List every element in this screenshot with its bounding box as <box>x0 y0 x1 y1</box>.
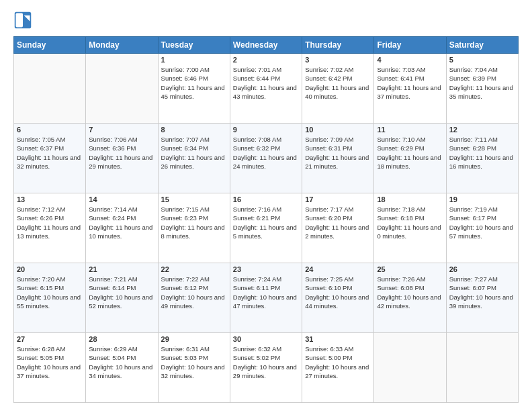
calendar-week-row: 1Sunrise: 7:00 AM Sunset: 6:46 PM Daylig… <box>14 54 519 124</box>
calendar-header-monday: Monday <box>86 37 158 54</box>
day-number: 18 <box>377 195 443 203</box>
calendar-cell <box>374 333 446 403</box>
calendar-header-wednesday: Wednesday <box>230 37 302 54</box>
calendar-cell: 18Sunrise: 7:18 AM Sunset: 6:18 PM Dayli… <box>374 193 446 263</box>
day-number: 4 <box>377 56 443 64</box>
cell-content: Sunrise: 7:10 AM Sunset: 6:29 PM Dayligh… <box>377 135 443 171</box>
cell-content: Sunrise: 7:21 AM Sunset: 6:14 PM Dayligh… <box>89 275 154 310</box>
cell-content: Sunrise: 7:05 AM Sunset: 6:37 PM Dayligh… <box>17 135 83 171</box>
cell-content: Sunrise: 7:25 AM Sunset: 6:10 PM Dayligh… <box>305 275 371 310</box>
cell-content: Sunrise: 7:04 AM Sunset: 6:39 PM Dayligh… <box>449 65 515 101</box>
cell-content: Sunrise: 6:31 AM Sunset: 5:03 PM Dayligh… <box>161 345 227 380</box>
day-number: 25 <box>377 265 443 273</box>
calendar-cell: 29Sunrise: 6:31 AM Sunset: 5:03 PM Dayli… <box>158 333 230 403</box>
calendar-cell: 24Sunrise: 7:25 AM Sunset: 6:10 PM Dayli… <box>302 263 374 333</box>
calendar-cell: 19Sunrise: 7:19 AM Sunset: 6:17 PM Dayli… <box>446 193 518 263</box>
cell-content: Sunrise: 7:15 AM Sunset: 6:23 PM Dayligh… <box>161 205 227 240</box>
day-number: 23 <box>233 265 299 273</box>
calendar-cell: 28Sunrise: 6:29 AM Sunset: 5:04 PM Dayli… <box>86 333 158 403</box>
logo <box>13 11 35 30</box>
cell-content: Sunrise: 7:14 AM Sunset: 6:24 PM Dayligh… <box>89 205 154 240</box>
cell-content: Sunrise: 7:09 AM Sunset: 6:31 PM Dayligh… <box>305 135 371 171</box>
calendar-cell: 25Sunrise: 7:26 AM Sunset: 6:08 PM Dayli… <box>374 263 446 333</box>
calendar-cell: 16Sunrise: 7:16 AM Sunset: 6:21 PM Dayli… <box>230 193 302 263</box>
calendar-cell: 21Sunrise: 7:21 AM Sunset: 6:14 PM Dayli… <box>86 263 158 333</box>
day-number: 9 <box>233 126 299 134</box>
calendar-cell: 17Sunrise: 7:17 AM Sunset: 6:20 PM Dayli… <box>302 193 374 263</box>
day-number: 22 <box>161 265 227 273</box>
calendar-cell: 6Sunrise: 7:05 AM Sunset: 6:37 PM Daylig… <box>14 124 86 193</box>
day-number: 30 <box>233 335 299 343</box>
day-number: 31 <box>305 335 371 343</box>
cell-content: Sunrise: 6:32 AM Sunset: 5:02 PM Dayligh… <box>233 345 299 380</box>
calendar-week-row: 6Sunrise: 7:05 AM Sunset: 6:37 PM Daylig… <box>14 124 519 193</box>
calendar-cell: 7Sunrise: 7:06 AM Sunset: 6:36 PM Daylig… <box>86 124 158 193</box>
cell-content: Sunrise: 7:18 AM Sunset: 6:18 PM Dayligh… <box>377 205 443 240</box>
day-number: 11 <box>377 126 443 134</box>
day-number: 13 <box>17 195 83 203</box>
cell-content: Sunrise: 7:20 AM Sunset: 6:15 PM Dayligh… <box>17 275 83 310</box>
calendar-cell: 20Sunrise: 7:20 AM Sunset: 6:15 PM Dayli… <box>14 263 86 333</box>
calendar-cell: 26Sunrise: 7:27 AM Sunset: 6:07 PM Dayli… <box>446 263 518 333</box>
cell-content: Sunrise: 7:08 AM Sunset: 6:32 PM Dayligh… <box>233 135 299 171</box>
logo-icon <box>13 11 32 30</box>
cell-content: Sunrise: 7:02 AM Sunset: 6:42 PM Dayligh… <box>305 65 371 101</box>
calendar-cell: 3Sunrise: 7:02 AM Sunset: 6:42 PM Daylig… <box>302 54 374 124</box>
cell-content: Sunrise: 7:26 AM Sunset: 6:08 PM Dayligh… <box>377 275 443 310</box>
cell-content: Sunrise: 7:11 AM Sunset: 6:28 PM Dayligh… <box>449 135 515 171</box>
calendar-header-sunday: Sunday <box>14 37 86 54</box>
day-number: 27 <box>17 335 83 343</box>
cell-content: Sunrise: 7:00 AM Sunset: 6:46 PM Dayligh… <box>161 65 227 101</box>
calendar-table: SundayMondayTuesdayWednesdayThursdayFrid… <box>13 36 519 403</box>
calendar-cell: 27Sunrise: 6:28 AM Sunset: 5:05 PM Dayli… <box>14 333 86 403</box>
calendar-header-friday: Friday <box>374 37 446 54</box>
day-number: 7 <box>89 126 154 134</box>
cell-content: Sunrise: 6:28 AM Sunset: 5:05 PM Dayligh… <box>17 345 83 380</box>
cell-content: Sunrise: 7:22 AM Sunset: 6:12 PM Dayligh… <box>161 275 227 310</box>
calendar-cell: 9Sunrise: 7:08 AM Sunset: 6:32 PM Daylig… <box>230 124 302 193</box>
calendar-cell: 15Sunrise: 7:15 AM Sunset: 6:23 PM Dayli… <box>158 193 230 263</box>
calendar-week-row: 13Sunrise: 7:12 AM Sunset: 6:26 PM Dayli… <box>14 193 519 263</box>
calendar-cell: 1Sunrise: 7:00 AM Sunset: 6:46 PM Daylig… <box>158 54 230 124</box>
cell-content: Sunrise: 7:07 AM Sunset: 6:34 PM Dayligh… <box>161 135 227 171</box>
day-number: 8 <box>161 126 227 134</box>
svg-rect-2 <box>16 13 24 28</box>
calendar-header-thursday: Thursday <box>302 37 374 54</box>
cell-content: Sunrise: 7:19 AM Sunset: 6:17 PM Dayligh… <box>449 205 515 240</box>
day-number: 6 <box>17 126 83 134</box>
cell-content: Sunrise: 7:24 AM Sunset: 6:11 PM Dayligh… <box>233 275 299 310</box>
calendar-cell: 30Sunrise: 6:32 AM Sunset: 5:02 PM Dayli… <box>230 333 302 403</box>
page: SundayMondayTuesdayWednesdayThursdayFrid… <box>0 0 532 411</box>
day-number: 14 <box>89 195 154 203</box>
day-number: 15 <box>161 195 227 203</box>
calendar-cell: 23Sunrise: 7:24 AM Sunset: 6:11 PM Dayli… <box>230 263 302 333</box>
cell-content: Sunrise: 7:12 AM Sunset: 6:26 PM Dayligh… <box>17 205 83 240</box>
calendar-cell <box>446 333 518 403</box>
day-number: 17 <box>305 195 371 203</box>
calendar-header-saturday: Saturday <box>446 37 518 54</box>
cell-content: Sunrise: 7:06 AM Sunset: 6:36 PM Dayligh… <box>89 135 154 171</box>
day-number: 28 <box>89 335 154 343</box>
calendar-cell: 12Sunrise: 7:11 AM Sunset: 6:28 PM Dayli… <box>446 124 518 193</box>
day-number: 29 <box>161 335 227 343</box>
cell-content: Sunrise: 7:03 AM Sunset: 6:41 PM Dayligh… <box>377 65 443 101</box>
calendar-header-tuesday: Tuesday <box>158 37 230 54</box>
day-number: 19 <box>449 195 515 203</box>
calendar-cell <box>86 54 158 124</box>
calendar-cell: 4Sunrise: 7:03 AM Sunset: 6:41 PM Daylig… <box>374 54 446 124</box>
day-number: 21 <box>89 265 154 273</box>
day-number: 1 <box>161 56 227 64</box>
calendar-cell: 22Sunrise: 7:22 AM Sunset: 6:12 PM Dayli… <box>158 263 230 333</box>
day-number: 3 <box>305 56 371 64</box>
day-number: 20 <box>17 265 83 273</box>
calendar-cell: 13Sunrise: 7:12 AM Sunset: 6:26 PM Dayli… <box>14 193 86 263</box>
cell-content: Sunrise: 7:17 AM Sunset: 6:20 PM Dayligh… <box>305 205 371 240</box>
cell-content: Sunrise: 7:27 AM Sunset: 6:07 PM Dayligh… <box>449 275 515 310</box>
calendar-cell: 10Sunrise: 7:09 AM Sunset: 6:31 PM Dayli… <box>302 124 374 193</box>
day-number: 2 <box>233 56 299 64</box>
calendar-week-row: 20Sunrise: 7:20 AM Sunset: 6:15 PM Dayli… <box>14 263 519 333</box>
cell-content: Sunrise: 7:16 AM Sunset: 6:21 PM Dayligh… <box>233 205 299 240</box>
calendar-cell <box>14 54 86 124</box>
calendar-week-row: 27Sunrise: 6:28 AM Sunset: 5:05 PM Dayli… <box>14 333 519 403</box>
day-number: 26 <box>449 265 515 273</box>
